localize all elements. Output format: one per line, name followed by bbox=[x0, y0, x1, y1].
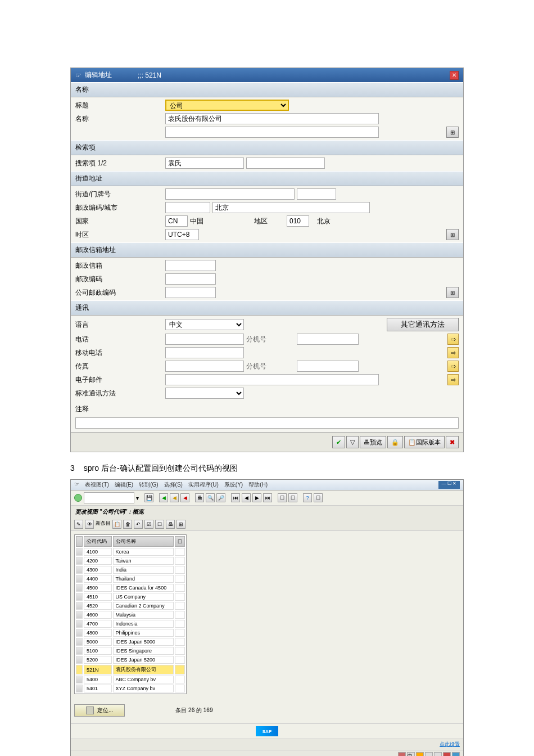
expand-name-icon[interactable]: ⊞ bbox=[446, 127, 459, 138]
session-icon[interactable]: ☐ bbox=[278, 493, 287, 502]
lock-button[interactable]: 🔒 bbox=[387, 436, 403, 448]
mobile-input[interactable] bbox=[165, 347, 244, 358]
table-row[interactable]: 4700Indonesia bbox=[76, 620, 185, 628]
phone-input[interactable] bbox=[165, 334, 244, 345]
table-row[interactable]: 5100IDES Singapore bbox=[76, 647, 185, 655]
table-row[interactable]: 4400Thailand bbox=[76, 575, 185, 583]
table-row[interactable]: 5200IDES Japan 5200 bbox=[76, 656, 185, 664]
new-entry-text[interactable]: 新条目 bbox=[96, 520, 111, 529]
undo-icon[interactable]: ↶ bbox=[134, 520, 143, 529]
cancel-button[interactable]: ✖ bbox=[446, 436, 459, 448]
help-icon[interactable]: ? bbox=[303, 493, 312, 502]
other-comm-button[interactable]: 其它通讯方法 bbox=[387, 318, 459, 331]
prev-icon[interactable]: ◀ bbox=[242, 493, 251, 502]
confirm-button[interactable]: ✔ bbox=[332, 436, 345, 448]
search2-input[interactable] bbox=[246, 158, 325, 169]
col-code[interactable]: 公司代码 bbox=[84, 536, 112, 547]
si4[interactable] bbox=[425, 752, 433, 756]
menu-system[interactable]: 系统(Y) bbox=[224, 481, 243, 489]
fax-input[interactable] bbox=[165, 361, 244, 372]
print2-icon[interactable]: 🖶 bbox=[166, 520, 175, 529]
city-input[interactable] bbox=[212, 202, 370, 213]
pobox-input[interactable] bbox=[165, 260, 216, 271]
region-code-input[interactable] bbox=[287, 215, 309, 227]
table-row[interactable]: 4500IDES Canada for 4500 bbox=[76, 584, 185, 592]
deselect-icon[interactable]: ☐ bbox=[155, 520, 164, 529]
std-comm-select[interactable] bbox=[165, 388, 244, 399]
position-button[interactable]: 定位... bbox=[74, 704, 125, 717]
pobox-postal-input[interactable] bbox=[165, 273, 216, 285]
si7[interactable] bbox=[452, 752, 460, 756]
menu-edit[interactable]: 编辑(E) bbox=[115, 481, 133, 489]
table-row[interactable]: 5000IDES Japan 5000 bbox=[76, 638, 185, 646]
title-select[interactable]: 公司 bbox=[165, 100, 289, 111]
search1-input[interactable] bbox=[165, 158, 244, 169]
dropdown-icon[interactable]: ▾ bbox=[136, 495, 139, 501]
next-icon[interactable]: ▶ bbox=[252, 493, 261, 502]
copy-button[interactable]: 📋 国际版本 bbox=[404, 436, 445, 448]
table-row[interactable]: 521N袁氏股份有限公司 bbox=[76, 665, 185, 674]
findnext-icon[interactable]: 🔎 bbox=[216, 493, 225, 502]
si1[interactable] bbox=[398, 752, 406, 756]
name-input[interactable] bbox=[165, 113, 379, 124]
company-postal-input[interactable] bbox=[165, 287, 216, 298]
table-row[interactable]: 4510US Company bbox=[76, 593, 185, 601]
si6[interactable] bbox=[443, 752, 451, 756]
table-row[interactable]: 4600Malaysia bbox=[76, 611, 185, 619]
si2[interactable]: 中 bbox=[407, 752, 415, 756]
table-row[interactable]: 4100Korea bbox=[76, 548, 185, 556]
print-button[interactable]: 🖶 预览 bbox=[360, 436, 386, 448]
cancel-icon[interactable]: ◀ bbox=[180, 493, 189, 502]
name2-input[interactable] bbox=[165, 127, 379, 138]
print-icon[interactable]: 🖶 bbox=[195, 493, 204, 502]
menu-goto[interactable]: 转到(G) bbox=[139, 481, 158, 489]
select-all-icon[interactable]: ☑ bbox=[144, 520, 153, 529]
fax-arrow-icon[interactable]: ⇨ bbox=[447, 361, 459, 372]
menu-select[interactable]: 选择(S) bbox=[164, 481, 183, 489]
back-icon[interactable]: ◀ bbox=[159, 493, 168, 502]
table-row[interactable]: 4800Philippines bbox=[76, 629, 185, 637]
command-input[interactable] bbox=[84, 492, 134, 503]
country-code-input[interactable] bbox=[165, 215, 188, 227]
si5[interactable] bbox=[434, 752, 442, 756]
table-row[interactable]: 5400ABC Company bv bbox=[76, 676, 185, 683]
ext-input[interactable] bbox=[297, 334, 359, 345]
comment-input[interactable] bbox=[75, 417, 459, 429]
funnel-button[interactable]: ▽ bbox=[346, 436, 359, 448]
first-icon[interactable]: ⏮ bbox=[231, 493, 240, 502]
shortcut-icon[interactable]: ☐ bbox=[288, 493, 297, 502]
layout-icon[interactable]: ☐ bbox=[314, 493, 323, 502]
expand-pobox-icon[interactable]: ⊞ bbox=[446, 287, 459, 298]
lang-select[interactable]: 中文 bbox=[165, 319, 244, 330]
menu-tableview[interactable]: 表视图(T) bbox=[85, 481, 109, 489]
table-row[interactable]: 4200Taiwan bbox=[76, 557, 185, 565]
new-entries-icon[interactable]: ✎ bbox=[74, 520, 83, 529]
street-input[interactable] bbox=[165, 188, 295, 200]
menu-help[interactable]: 帮助(H) bbox=[248, 481, 268, 489]
postal-input[interactable] bbox=[165, 202, 210, 213]
phone-arrow-icon[interactable]: ⇨ bbox=[447, 334, 459, 345]
table-row[interactable]: 4520Canadian 2 Company bbox=[76, 602, 185, 610]
exit-icon[interactable]: ◀ bbox=[170, 493, 179, 502]
copy-as-icon[interactable]: 📋 bbox=[112, 520, 121, 529]
table-row[interactable]: 4300India bbox=[76, 566, 185, 574]
select-col[interactable] bbox=[76, 536, 83, 547]
detail-icon[interactable]: 👁 bbox=[85, 520, 94, 529]
col-name[interactable]: 公司名称 bbox=[113, 536, 174, 547]
expand-street-icon[interactable]: ⊞ bbox=[446, 229, 459, 240]
status-link[interactable]: 点此设置 bbox=[440, 741, 460, 748]
window-controls[interactable]: — ☐ ✕ bbox=[438, 481, 460, 489]
table-row[interactable]: 5401XYZ Company bv bbox=[76, 685, 185, 692]
mobile-arrow-icon[interactable]: ⇨ bbox=[447, 347, 459, 358]
menu-util[interactable]: 实用程序(U) bbox=[188, 481, 219, 489]
house-input[interactable] bbox=[297, 188, 336, 200]
si3[interactable] bbox=[416, 752, 424, 756]
timezone-input[interactable] bbox=[165, 229, 199, 240]
delete-icon[interactable]: 🗑 bbox=[123, 520, 132, 529]
close-icon[interactable]: ✕ bbox=[450, 71, 459, 80]
find-icon[interactable]: 🔍 bbox=[206, 493, 215, 502]
last-icon[interactable]: ⏭ bbox=[263, 493, 272, 502]
expand-icon[interactable]: ⊞ bbox=[177, 520, 185, 529]
email-input[interactable] bbox=[165, 374, 379, 385]
save-icon[interactable]: 💾 bbox=[144, 493, 153, 502]
